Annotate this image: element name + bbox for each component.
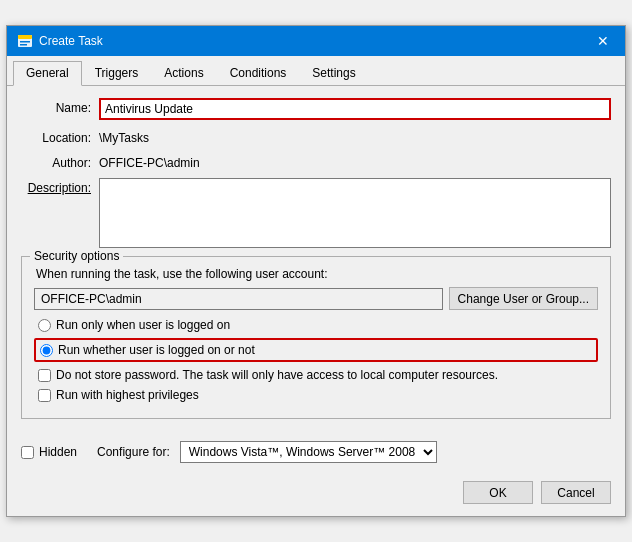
- main-content: Name: Location: \MyTasks Author: OFFICE-…: [7, 86, 625, 441]
- highest-privileges-row: Run with highest privileges: [34, 388, 598, 402]
- radio-logged-on-label[interactable]: Run only when user is logged on: [56, 318, 230, 332]
- tab-actions[interactable]: Actions: [151, 61, 216, 86]
- author-row: Author: OFFICE-PC\admin: [21, 153, 611, 170]
- no-store-password-row: Do not store password. The task will onl…: [34, 368, 598, 382]
- user-account-input: [34, 288, 443, 310]
- radio-whether-logged-on[interactable]: [40, 344, 53, 357]
- hidden-check-row: Hidden: [21, 445, 77, 459]
- security-section-title: Security options: [30, 249, 123, 263]
- create-task-dialog: Create Task ✕ General Triggers Actions C…: [6, 25, 626, 517]
- dialog-title: Create Task: [39, 34, 103, 48]
- configure-select[interactable]: Windows Vista™, Windows Server™ 2008Wind…: [180, 441, 437, 463]
- name-label: Name:: [21, 98, 99, 115]
- user-account-row: Change User or Group...: [34, 287, 598, 310]
- change-user-button[interactable]: Change User or Group...: [449, 287, 598, 310]
- ok-button[interactable]: OK: [463, 481, 533, 504]
- configure-label: Configure for:: [87, 445, 170, 459]
- when-running-label: When running the task, use the following…: [34, 267, 598, 281]
- hidden-label[interactable]: Hidden: [39, 445, 77, 459]
- name-input[interactable]: [99, 98, 611, 120]
- tab-conditions[interactable]: Conditions: [217, 61, 300, 86]
- tab-general[interactable]: General: [13, 61, 82, 86]
- svg-rect-2: [20, 41, 30, 43]
- hidden-checkbox[interactable]: [21, 446, 34, 459]
- description-row: Description:: [21, 178, 611, 248]
- highest-privileges-checkbox[interactable]: [38, 389, 51, 402]
- radio-logged-on-row: Run only when user is logged on: [34, 318, 598, 332]
- location-label: Location:: [21, 128, 99, 145]
- tab-triggers[interactable]: Triggers: [82, 61, 152, 86]
- radio-logged-on[interactable]: [38, 319, 51, 332]
- radio-whether-row: Run whether user is logged on or not: [34, 338, 598, 362]
- security-section: Security options When running the task, …: [21, 256, 611, 419]
- location-value: \MyTasks: [99, 128, 611, 145]
- no-store-password-label[interactable]: Do not store password. The task will onl…: [56, 368, 498, 382]
- tab-settings[interactable]: Settings: [299, 61, 368, 86]
- tab-bar: General Triggers Actions Conditions Sett…: [7, 56, 625, 86]
- no-store-password-checkbox[interactable]: [38, 369, 51, 382]
- location-row: Location: \MyTasks: [21, 128, 611, 145]
- highest-privileges-label[interactable]: Run with highest privileges: [56, 388, 199, 402]
- cancel-button[interactable]: Cancel: [541, 481, 611, 504]
- dialog-buttons: OK Cancel: [7, 475, 625, 516]
- author-label: Author:: [21, 153, 99, 170]
- dialog-icon: [17, 33, 33, 49]
- svg-rect-1: [18, 35, 32, 39]
- description-input[interactable]: [99, 178, 611, 248]
- description-label: Description:: [21, 178, 99, 195]
- name-row: Name:: [21, 98, 611, 120]
- radio-whether-label[interactable]: Run whether user is logged on or not: [58, 343, 255, 357]
- bottom-row: Hidden Configure for: Windows Vista™, Wi…: [7, 441, 625, 475]
- svg-rect-3: [20, 44, 27, 46]
- close-button[interactable]: ✕: [591, 29, 615, 53]
- title-bar: Create Task ✕: [7, 26, 625, 56]
- author-value: OFFICE-PC\admin: [99, 153, 611, 170]
